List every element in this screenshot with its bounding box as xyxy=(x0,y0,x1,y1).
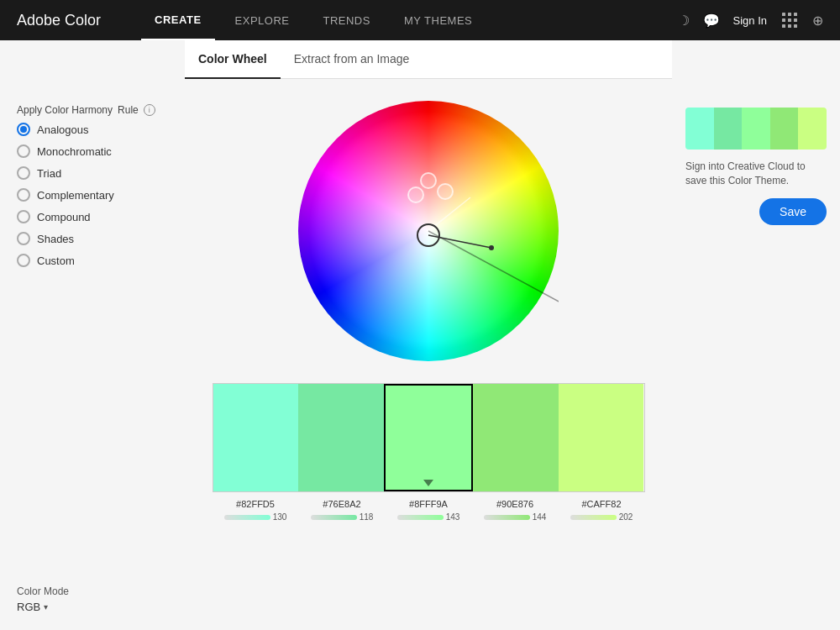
rgb-row-2: 143 xyxy=(386,512,472,522)
rgb-val-3: 144 xyxy=(533,512,547,522)
right-panel: Sign into Creative Cloud to save this Co… xyxy=(672,40,840,630)
preview-swatch-1 xyxy=(714,108,743,150)
svg-point-4 xyxy=(438,184,453,199)
center-area: #82FFD5 130 #76E8A2 118 #8FFF9A xyxy=(185,84,672,630)
svg-point-5 xyxy=(408,187,423,202)
preview-swatch-0 xyxy=(685,108,714,150)
hex-3[interactable]: #90E876 xyxy=(472,499,559,509)
rgb-val-2: 143 xyxy=(446,512,460,522)
header-right: ☽ 💬 Sign In ⊕ xyxy=(678,11,823,29)
preview-swatch-2 xyxy=(742,108,770,150)
moon-icon[interactable]: ☽ xyxy=(678,13,690,29)
color-info-4: #CAFF82 202 xyxy=(559,499,645,522)
color-info-3: #90E876 144 xyxy=(472,499,559,522)
color-mode-chevron-icon[interactable]: ▾ xyxy=(44,602,48,612)
rgb-row-4: 202 xyxy=(559,512,645,522)
color-info-2: #8FFF9A 143 xyxy=(386,499,472,522)
preview-swatch-3 xyxy=(770,108,799,150)
svg-point-3 xyxy=(421,173,436,188)
color-wheel[interactable] xyxy=(298,101,559,361)
radio-custom[interactable] xyxy=(17,254,30,267)
swatch-1[interactable] xyxy=(298,384,384,491)
nav-mythemes[interactable]: MY THEMES xyxy=(391,0,486,40)
rgb-val-1: 118 xyxy=(360,512,374,522)
logo: Adobe Color xyxy=(17,12,101,29)
hex-1[interactable]: #76E8A2 xyxy=(299,499,386,509)
nav-create[interactable]: CREATE xyxy=(141,0,214,40)
rgb-slider-0[interactable] xyxy=(224,515,270,520)
color-info-1: #76E8A2 118 xyxy=(299,499,386,522)
rgb-slider-3[interactable] xyxy=(484,515,530,520)
nav-explore[interactable]: EXPLORE xyxy=(222,0,303,40)
option-shades[interactable]: Shades xyxy=(17,232,168,245)
option-monochromatic[interactable]: Monochromatic xyxy=(17,144,168,158)
color-mode-label: Color Mode xyxy=(17,585,69,597)
behance-icon[interactable]: ⊕ xyxy=(812,13,823,29)
preview-swatches xyxy=(685,108,827,150)
swatches-container xyxy=(213,383,645,492)
swatch-0[interactable] xyxy=(213,384,299,491)
rgb-val-0: 130 xyxy=(273,512,287,522)
content-area: #82FFD5 130 #76E8A2 118 #8FFF9A xyxy=(185,40,672,630)
rgb-slider-4[interactable] xyxy=(570,515,617,520)
rgb-row-3: 144 xyxy=(472,512,559,522)
color-mode-section: Color Mode RGB ▾ xyxy=(17,585,69,613)
swatch-4[interactable] xyxy=(559,384,644,491)
color-info-0: #82FFD5 130 xyxy=(213,499,299,522)
tabs-bar: Color Wheel Extract from an Image xyxy=(185,40,672,79)
chat-icon[interactable]: 💬 xyxy=(703,13,720,29)
radio-shades[interactable] xyxy=(17,232,30,245)
rgb-row-1: 118 xyxy=(299,512,386,522)
rgb-row-0: 130 xyxy=(213,512,299,522)
color-mode-value: RGB xyxy=(17,601,40,613)
rgb-val-4: 202 xyxy=(619,512,633,522)
harmony-options: Analogous Monochromatic Triad Complement… xyxy=(17,123,168,267)
apply-rule-label: Apply Color Harmony Rule i xyxy=(17,104,168,116)
option-compound[interactable]: Compound xyxy=(17,210,168,223)
option-triad[interactable]: Triad xyxy=(17,166,168,180)
cloud-save-text: Sign into Creative Cloud to save this Co… xyxy=(685,160,827,188)
main-container: Apply Color Harmony Rule i Analogous Mon… xyxy=(0,40,840,630)
apps-grid-icon[interactable] xyxy=(780,11,799,29)
nav: CREATE EXPLORE TRENDS MY THEMES xyxy=(141,0,650,40)
radio-compound[interactable] xyxy=(17,210,30,223)
radio-triad[interactable] xyxy=(17,166,30,180)
rgb-slider-1[interactable] xyxy=(311,515,357,520)
swatch-3[interactable] xyxy=(473,384,559,491)
option-analogous[interactable]: Analogous xyxy=(17,123,168,136)
save-button[interactable]: Save xyxy=(759,198,827,225)
preview-swatch-4 xyxy=(798,108,827,150)
info-icon[interactable]: i xyxy=(144,104,155,116)
option-custom[interactable]: Custom xyxy=(17,254,168,267)
swatch-selected-arrow xyxy=(423,480,433,486)
sign-in-button[interactable]: Sign In xyxy=(733,14,767,27)
radio-complementary[interactable] xyxy=(17,188,30,202)
swatch-2[interactable] xyxy=(384,384,473,491)
hex-0[interactable]: #82FFD5 xyxy=(213,499,299,509)
sidebar: Apply Color Harmony Rule i Analogous Mon… xyxy=(0,40,185,630)
hex-2[interactable]: #8FFF9A xyxy=(386,499,472,509)
color-wheel-container[interactable] xyxy=(298,101,559,361)
rgb-slider-2[interactable] xyxy=(397,515,444,520)
radio-analogous[interactable] xyxy=(17,123,30,136)
tab-color-wheel[interactable]: Color Wheel xyxy=(185,40,281,79)
svg-point-8 xyxy=(489,245,494,250)
radio-monochromatic[interactable] xyxy=(17,144,30,158)
tab-extract-image[interactable]: Extract from an Image xyxy=(281,40,423,79)
color-info-row: #82FFD5 130 #76E8A2 118 #8FFF9A xyxy=(213,499,645,522)
nav-trends[interactable]: TRENDS xyxy=(309,0,383,40)
hex-4[interactable]: #CAFF82 xyxy=(559,499,645,509)
option-complementary[interactable]: Complementary xyxy=(17,188,168,202)
header: Adobe Color CREATE EXPLORE TRENDS MY THE… xyxy=(0,0,840,40)
